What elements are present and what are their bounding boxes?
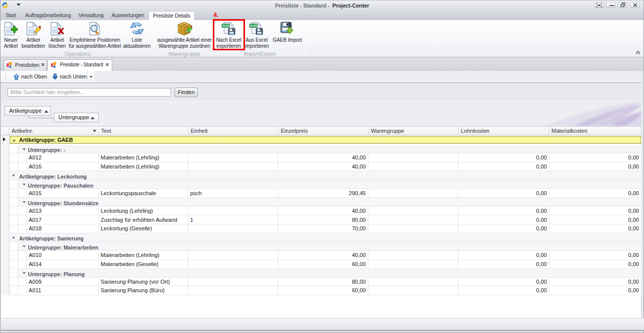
svg-text:XLSX: XLSX (250, 24, 257, 27)
